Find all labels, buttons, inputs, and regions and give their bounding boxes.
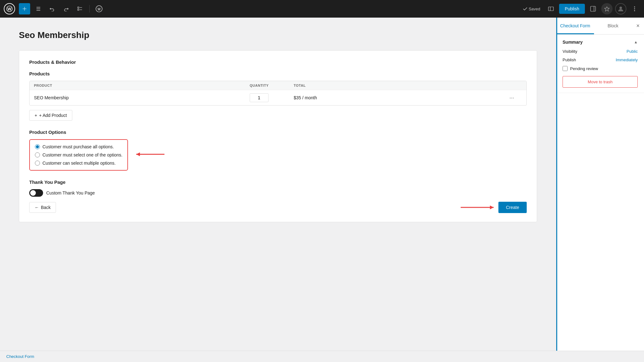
breadcrumb-bar: Checkout Form bbox=[0, 351, 644, 362]
option-3-text: Customer can select multiple options. bbox=[42, 161, 116, 166]
option-1-radio[interactable] bbox=[35, 144, 40, 149]
saved-status: Saved bbox=[523, 7, 540, 11]
publish-row: Publish Immediately bbox=[563, 58, 638, 62]
option-2-radio[interactable] bbox=[35, 152, 40, 157]
sidebar: Checkout Form Block × Summary ▲ Visibili… bbox=[556, 18, 644, 351]
undo-button[interactable] bbox=[47, 3, 58, 14]
sidebar-tabs-row: Checkout Form Block × bbox=[556, 18, 644, 35]
product-quantity-cell bbox=[250, 93, 294, 102]
page-title: Seo Membership bbox=[19, 30, 537, 40]
nav-buttons: ← Back Create bbox=[29, 197, 527, 213]
option-2-text: Customer must select one of the options. bbox=[42, 152, 122, 157]
header-total: TOTAL bbox=[294, 84, 509, 87]
tools-button[interactable] bbox=[33, 3, 44, 14]
header-quantity: QUANTITY bbox=[250, 84, 294, 87]
thankyou-title: Thank You Page bbox=[29, 179, 527, 185]
table-row: SEO Membership $35 / month ··· bbox=[30, 90, 526, 105]
publish-value[interactable]: Immediately bbox=[616, 58, 638, 62]
summary-title: Summary bbox=[563, 40, 583, 45]
svg-marker-22 bbox=[490, 206, 494, 209]
woo-dash-button[interactable] bbox=[601, 3, 613, 14]
product-name: SEO Membership bbox=[34, 95, 250, 100]
svg-text:W: W bbox=[97, 8, 101, 11]
summary-header[interactable]: Summary ▲ bbox=[563, 40, 638, 45]
back-label: Back bbox=[41, 205, 51, 210]
product-total: $35 / month bbox=[294, 95, 509, 100]
products-table: PRODUCT QUANTITY TOTAL SEO Membership $3… bbox=[29, 81, 527, 106]
svg-rect-10 bbox=[548, 7, 553, 11]
svg-point-18 bbox=[634, 10, 635, 11]
content-area: Seo Membership Products & Behavior Produ… bbox=[0, 18, 556, 351]
back-button[interactable]: ← Back bbox=[29, 202, 56, 213]
view-button[interactable] bbox=[545, 3, 557, 14]
sidebar-content: Summary ▲ Visibility Public Publish Imme… bbox=[556, 35, 644, 93]
more-options-button[interactable] bbox=[629, 3, 640, 14]
summary-section: Summary ▲ Visibility Public Publish Imme… bbox=[556, 35, 644, 93]
svg-point-16 bbox=[634, 7, 635, 8]
move-to-trash-button[interactable]: Move to trash bbox=[563, 76, 638, 88]
redo-button[interactable] bbox=[60, 3, 72, 14]
option-3-radio[interactable] bbox=[35, 161, 40, 166]
create-row: Create bbox=[458, 202, 527, 213]
toggle-slider bbox=[29, 189, 43, 197]
back-arrow: ← bbox=[35, 205, 39, 210]
product-options-title: Product Options bbox=[29, 129, 527, 135]
breadcrumb-link[interactable]: Checkout Form bbox=[6, 354, 34, 359]
visibility-value[interactable]: Public bbox=[627, 49, 638, 54]
close-sidebar-button[interactable]: × bbox=[632, 18, 644, 34]
product-options-box: Customer must purchase all options. Cust… bbox=[29, 139, 128, 171]
visibility-label: Visibility bbox=[563, 49, 577, 54]
add-product-button[interactable]: + + Add Product bbox=[29, 110, 72, 121]
sidebar-active-indicator bbox=[556, 18, 557, 351]
create-button[interactable]: Create bbox=[498, 202, 527, 213]
products-title: Products bbox=[29, 71, 527, 76]
thankyou-toggle[interactable] bbox=[29, 189, 43, 197]
header-product: PRODUCT bbox=[34, 84, 250, 87]
tab-block[interactable]: Block bbox=[594, 18, 632, 34]
svg-marker-20 bbox=[136, 152, 140, 156]
publish-button[interactable]: Publish bbox=[559, 4, 585, 14]
products-section: Products PRODUCT QUANTITY TOTAL SEO Memb… bbox=[29, 71, 527, 121]
main-layout: Seo Membership Products & Behavior Produ… bbox=[0, 18, 644, 351]
card-title: Products & Behavior bbox=[29, 59, 527, 65]
product-options-section: Product Options Customer must purchase a… bbox=[29, 129, 527, 171]
pending-review-label: Pending review bbox=[570, 66, 598, 71]
thankyou-section: Thank You Page Custom Thank You Page bbox=[29, 179, 527, 197]
product-more-button[interactable]: ··· bbox=[509, 95, 514, 101]
svg-text:W: W bbox=[8, 7, 12, 11]
toolbar-divider bbox=[89, 5, 90, 13]
options-row: Customer must purchase all options. Cust… bbox=[29, 139, 527, 171]
woo-icon-button[interactable]: W bbox=[93, 3, 105, 14]
tab-checkout-form[interactable]: Checkout Form bbox=[556, 18, 594, 34]
svg-point-15 bbox=[619, 7, 622, 9]
chevron-up-icon: ▲ bbox=[634, 40, 638, 44]
wp-logo: W bbox=[4, 3, 15, 14]
pending-review-checkbox[interactable] bbox=[563, 66, 568, 71]
svg-rect-12 bbox=[591, 6, 596, 11]
add-block-button[interactable] bbox=[19, 3, 30, 14]
add-product-icon: + bbox=[35, 113, 37, 118]
settings-sidebar-button[interactable] bbox=[587, 3, 599, 14]
option-2-label[interactable]: Customer must select one of the options. bbox=[35, 152, 122, 157]
svg-marker-14 bbox=[604, 7, 609, 11]
svg-rect-5 bbox=[78, 9, 79, 10]
add-product-label: + Add Product bbox=[39, 113, 67, 118]
list-view-button[interactable] bbox=[74, 3, 86, 14]
pending-review-row: Pending review bbox=[563, 66, 638, 71]
toolbar: W W Saved Publish bbox=[0, 0, 644, 18]
arrow-indicator-left bbox=[133, 150, 171, 160]
header-actions bbox=[509, 84, 522, 87]
option-3-label[interactable]: Customer can select multiple options. bbox=[35, 161, 122, 166]
publish-label: Publish bbox=[563, 58, 576, 62]
arrow-indicator-right bbox=[458, 203, 498, 212]
svg-rect-4 bbox=[78, 7, 79, 8]
avatar-button[interactable] bbox=[615, 3, 626, 14]
visibility-row: Visibility Public bbox=[563, 49, 638, 54]
thankyou-toggle-label: Custom Thank You Page bbox=[46, 190, 95, 195]
option-1-text: Customer must purchase all options. bbox=[42, 144, 114, 149]
table-header: PRODUCT QUANTITY TOTAL bbox=[30, 81, 526, 90]
toggle-row: Custom Thank You Page bbox=[29, 189, 527, 197]
svg-rect-3 bbox=[25, 7, 25, 11]
option-1-label[interactable]: Customer must purchase all options. bbox=[35, 144, 122, 149]
quantity-input[interactable] bbox=[250, 93, 269, 102]
